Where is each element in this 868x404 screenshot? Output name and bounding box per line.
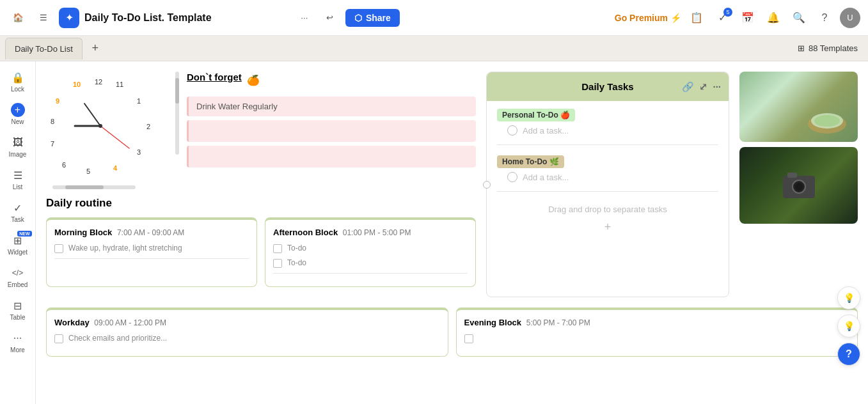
sidebar-item-embed[interactable]: </> Embed [3,262,33,292]
templates-icon: ⊞ [798,43,805,53]
daily-routine-section: Daily routine Morning Block 7:00 AM - 09… [46,197,476,297]
task-checkbox[interactable] [464,334,473,343]
routine-title: Daily routine [46,197,476,210]
svg-text:10: 10 [73,81,81,88]
sidebar-item-table[interactable]: ⊟ Table [3,295,33,325]
add-task-row-home[interactable]: Add a task... [497,168,718,186]
tip2-button[interactable]: 💡 [837,315,860,338]
workday-block-title: Workday 09:00 AM - 12:00 PM [54,318,440,327]
tab-bar: Daily To-Do List + ⊞ 88 Templates [0,36,868,61]
task-item[interactable]: Drink Water Regularly [187,97,476,116]
daily-tasks-body: Personal To-Do 🍎 Add a task... Home To-D… [487,101,729,242]
sidebar-item-new[interactable]: + New [3,99,33,129]
svg-text:4: 4 [113,164,118,172]
help-nav-button[interactable]: ? [814,8,835,28]
task-row [464,334,850,343]
home-button[interactable]: 🏠 [8,8,28,28]
evening-block-title: Evening Block 5:00 PM - 7:00 PM [464,318,850,327]
menu-button[interactable]: ☰ [33,8,54,28]
expand-icon[interactable]: ⤢ [699,81,707,93]
afternoon-block-title: Afternoon Block 01:00 PM - 5:00 PM [273,228,468,237]
go-premium-button[interactable]: Go Premium ⚡ [615,13,681,23]
daily-tasks-panel: Daily Tasks 🔗 ⤢ ··· Personal To-Do 🍎 [486,72,729,297]
morning-block: Morning Block 7:00 AM - 09:00 AM Wake up… [46,217,257,287]
svg-point-21 [795,183,803,190]
new-badge: NEW [17,231,31,237]
daily-tasks-header: Daily Tasks 🔗 ⤢ ··· [487,72,729,101]
camera-image [739,147,858,224]
new-icon: + [11,103,25,117]
search-nav-button[interactable]: 🔍 [789,8,809,28]
coffee-image [739,72,858,142]
check-nav-button[interactable]: ✓ 5 [712,8,732,28]
task-checkbox[interactable] [273,259,282,268]
section-divider [497,144,718,145]
calendar-nav-button[interactable]: 📅 [738,8,758,28]
svg-text:11: 11 [116,81,123,88]
sidebar-item-task[interactable]: ✓ Task [3,197,33,227]
dont-forget-title: Don`t forget [187,72,242,82]
task-circle-icon [507,172,517,182]
task-item[interactable] [187,146,476,167]
more-icon: ··· [11,331,25,345]
clock-face: 12 1 2 3 4 5 6 7 8 9 10 [46,72,155,180]
afternoon-block: Afternoon Block 01:00 PM - 5:00 PM To-do [265,217,476,287]
camera-illustration [773,166,825,205]
daily-tasks-header-actions: 🔗 ⤢ ··· [682,81,721,93]
bell-nav-button[interactable]: 🔔 [763,8,784,28]
more-actions-icon[interactable]: ··· [713,81,721,93]
task-item[interactable] [187,120,476,142]
section-divider [497,191,718,192]
task-row: Wake up, hydrate, light stretching [54,244,249,253]
sidebar-item-widget[interactable]: ⊞ Widget NEW [3,229,33,260]
svg-point-15 [99,124,102,128]
undo-button[interactable]: ↩ [320,8,340,28]
image-icon: 🖼 [11,136,25,150]
drag-drop-hint: Drag and drop to separate tasks [497,205,718,214]
task-row: To-do [273,244,468,253]
task-checkbox[interactable] [54,244,63,253]
share-icon: ⬡ [354,13,362,23]
routine-blocks: Morning Block 7:00 AM - 09:00 AM Wake up… [46,217,476,287]
canvas: 12 1 2 3 4 5 6 7 8 9 10 [36,61,868,404]
sidebar-item-list[interactable]: ☰ List [3,164,33,194]
user-avatar[interactable]: U [840,8,860,28]
workday-block: Workday 09:00 AM - 12:00 PM Check emails… [46,307,448,357]
templates-button[interactable]: ⊞ 88 Templates [793,41,863,56]
add-tab-button[interactable]: + [86,40,104,58]
add-task-row-personal[interactable]: Add a task... [497,121,718,139]
right-images [739,72,858,297]
link-icon[interactable]: 🔗 [682,81,694,93]
right-float-buttons: 💡 💡 ? [837,286,860,366]
share-button[interactable]: ⬡ Share [345,9,400,27]
personal-todo-tag: Personal To-Do 🍎 [497,109,575,121]
tip1-button[interactable]: 💡 [837,286,860,309]
tab-daily-todo-list[interactable]: Daily To-Do List [5,38,83,59]
sidebar-item-lock[interactable]: 🔒 Lock [3,66,33,97]
top-nav: 🏠 ☰ ✦ Daily To-Do List. Template ··· ↩ ⬡… [0,0,868,36]
svg-text:6: 6 [62,161,66,169]
task-row: To-do [273,258,468,268]
dont-forget-emoji: 🍊 [247,74,260,86]
evening-block: Evening Block 5:00 PM - 7:00 PM [456,307,858,357]
morning-block-title: Morning Block 7:00 AM - 09:00 AM [54,228,249,237]
sidebar-item-more[interactable]: ··· More [3,327,33,357]
page-title: Daily To-Do List. Template [84,12,289,24]
task-nav-button[interactable]: 📋 [686,8,707,28]
coffee-illustration [801,98,853,137]
svg-text:1: 1 [137,97,141,105]
task-checkbox[interactable] [54,334,63,343]
svg-rect-22 [787,173,797,178]
svg-text:8: 8 [51,118,54,125]
help-button[interactable]: ? [837,343,860,366]
more-options-button[interactable]: ··· [294,8,315,28]
routine-blocks-lower: Workday 09:00 AM - 12:00 PM Check emails… [46,307,858,367]
task-checkbox[interactable] [273,244,282,253]
sidebar-item-image[interactable]: 🖼 Image [3,132,33,162]
content-area: 12 1 2 3 4 5 6 7 8 9 10 [36,61,868,404]
add-task-bottom-button[interactable]: + [497,221,718,234]
embed-icon: </> [11,266,25,280]
task-circle-icon [507,125,517,136]
task-row: Check emails and prioritize... [54,334,440,343]
connector-dot [483,181,491,189]
